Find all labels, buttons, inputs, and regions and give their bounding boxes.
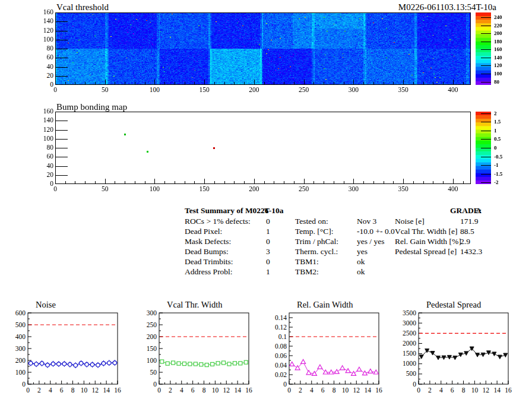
defect-row-value: 1 bbox=[266, 268, 270, 276]
y-tick-label: 160 bbox=[33, 108, 53, 115]
y-tick-label: 200 bbox=[15, 357, 26, 364]
x-tick-mark bbox=[254, 179, 255, 183]
data-marker bbox=[368, 369, 373, 373]
x-minor-tick bbox=[234, 181, 235, 183]
result-row-label: Rel. Gain Width [%] bbox=[395, 238, 461, 246]
x-minor-tick bbox=[443, 82, 444, 84]
colorbar-tick-label: 80 bbox=[494, 79, 499, 84]
colorbar-tick-mark bbox=[481, 17, 491, 18]
y-tick-label: 100 bbox=[147, 357, 157, 364]
colorbar-tick-label: 200 bbox=[494, 31, 502, 36]
x-tick-label: 2 bbox=[428, 387, 432, 394]
defect-row-label: Address Probl: bbox=[185, 268, 233, 276]
data-marker bbox=[244, 360, 248, 364]
data-marker bbox=[222, 361, 226, 365]
bump-map-frame bbox=[55, 112, 471, 184]
y-tick-label: 200 bbox=[147, 333, 157, 340]
y-tick-label: 20 bbox=[33, 172, 53, 179]
colorbar-tick-label: 220 bbox=[494, 23, 502, 28]
data-marker bbox=[90, 363, 94, 366]
x-tick-mark bbox=[55, 80, 56, 84]
x-tick-label: 10 bbox=[471, 387, 479, 394]
x-minor-tick bbox=[344, 181, 344, 183]
y-tick-label: 300 bbox=[147, 309, 157, 316]
x-tick-label: 10 bbox=[212, 387, 219, 394]
data-marker bbox=[51, 362, 55, 366]
y-tick-label: 50 bbox=[150, 369, 157, 376]
x-minor-tick bbox=[135, 181, 135, 183]
x-minor-tick bbox=[95, 181, 96, 183]
x-tick-label: 350 bbox=[398, 186, 408, 193]
x-tick-mark bbox=[353, 179, 354, 183]
module-id-title: M0226-061103.13:54T-10a bbox=[398, 2, 496, 12]
data-marker bbox=[334, 369, 339, 373]
x-tick-label: 400 bbox=[448, 87, 458, 94]
x-tick-label: 12 bbox=[483, 387, 490, 394]
x-tick-label: 50 bbox=[102, 186, 109, 193]
colorbar-tick-label: 1 bbox=[494, 128, 497, 133]
data-marker bbox=[177, 362, 180, 365]
vcal-map-title: Vcal threshold bbox=[56, 2, 109, 12]
y-tick-label: 0 bbox=[413, 381, 416, 388]
x-minor-tick bbox=[433, 181, 433, 183]
defect-row-label: Dead Bumps: bbox=[185, 248, 229, 256]
x-minor-tick bbox=[185, 181, 185, 183]
y-tick-mark bbox=[56, 58, 68, 58]
summary-title: Test Summary of M0226 bbox=[185, 207, 269, 215]
x-tick-label: 6 bbox=[451, 387, 454, 394]
x-minor-tick bbox=[363, 82, 364, 84]
x-tick-label: 250 bbox=[299, 186, 309, 193]
defect-row-value: 1 bbox=[266, 227, 270, 236]
result-row-label: Pedestal Spread [e] bbox=[395, 248, 457, 256]
x-tick-label: 14 bbox=[364, 387, 371, 394]
x-tick-label: 4 bbox=[180, 387, 183, 394]
vcal-heatmap-canvas bbox=[56, 13, 470, 84]
roc-plot-noise: Noise01002003004005006000246810121416 bbox=[1, 297, 125, 399]
y-tick-label: 60 bbox=[33, 55, 53, 62]
y-tick-mark bbox=[56, 76, 68, 77]
colorbar-tick-mark bbox=[481, 42, 491, 42]
x-tick-label: 4 bbox=[439, 387, 443, 394]
y-tick-label: 140 bbox=[33, 18, 53, 26]
data-marker bbox=[68, 363, 72, 366]
y-tick-label: 0 bbox=[153, 381, 157, 388]
x-minor-tick bbox=[423, 181, 424, 183]
y-tick-mark bbox=[56, 130, 68, 131]
x-tick-mark bbox=[105, 179, 106, 183]
y-tick-label: 0 bbox=[33, 81, 53, 88]
condition-row-value: -10.0 +- 0.0 bbox=[357, 227, 395, 236]
x-minor-tick bbox=[393, 82, 394, 84]
colorbar-tick-label: 240 bbox=[494, 15, 502, 20]
x-minor-tick bbox=[234, 82, 235, 84]
x-minor-tick bbox=[294, 181, 294, 183]
result-row-value: 2.9 bbox=[460, 238, 470, 246]
colorbar-tick-label: 100 bbox=[494, 71, 502, 77]
y-tick-label: 100 bbox=[15, 369, 26, 376]
x-tick-mark bbox=[304, 179, 305, 183]
y-tick-label: 100 bbox=[33, 135, 53, 142]
y-tick-label: 400 bbox=[15, 333, 26, 340]
colorbar-tick-mark bbox=[481, 131, 491, 131]
x-tick-label: 10 bbox=[342, 387, 349, 394]
defect-row-value: 3 bbox=[266, 248, 270, 256]
y-tick-label: 300 bbox=[15, 345, 26, 352]
x-tick-mark bbox=[304, 80, 305, 84]
y-tick-label: 20 bbox=[33, 72, 53, 80]
x-tick-label: 2 bbox=[37, 387, 41, 394]
y-tick-label: 0.04 bbox=[275, 362, 287, 369]
x-minor-tick bbox=[334, 181, 334, 183]
data-marker bbox=[290, 362, 294, 366]
x-tick-label: 150 bbox=[200, 87, 210, 94]
roc-plot-pedestal-spread: Pedestal Spread0500100015002000250030003… bbox=[392, 297, 515, 399]
colorbar-tick-label: -1.5 bbox=[494, 171, 502, 176]
x-tick-label: 12 bbox=[353, 387, 360, 394]
data-marker bbox=[498, 355, 502, 359]
y-tick-mark bbox=[56, 40, 68, 40]
colorbar-tick-label: 0 bbox=[494, 145, 497, 151]
x-tick-label: 12 bbox=[92, 387, 99, 394]
x-minor-tick bbox=[75, 82, 75, 84]
y-tick-label: 0.02 bbox=[275, 371, 287, 378]
x-minor-tick bbox=[85, 82, 86, 84]
x-tick-label: 16 bbox=[375, 387, 382, 394]
x-tick-label: 16 bbox=[245, 387, 252, 394]
